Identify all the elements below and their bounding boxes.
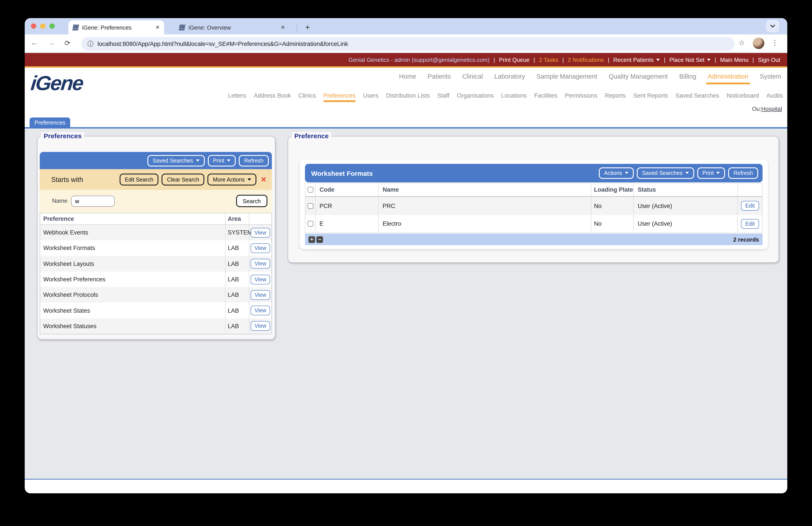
area-cell: LAB <box>226 256 249 272</box>
refresh-button[interactable]: Refresh <box>239 155 269 166</box>
edit-button[interactable]: Edit <box>741 219 759 229</box>
nav-sample-management[interactable]: Sample Management <box>536 73 597 80</box>
nav-patients[interactable]: Patients <box>427 73 451 80</box>
view-button[interactable]: View <box>250 259 270 269</box>
nav-clinical[interactable]: Clinical <box>462 73 483 80</box>
nav-administration[interactable]: Administration <box>708 73 749 80</box>
actions-button[interactable]: Actions <box>599 167 634 179</box>
saved-searches-button[interactable]: Saved Searches <box>147 155 205 166</box>
name-label: Name <box>52 197 67 204</box>
place-dropdown[interactable]: Place Not Set <box>669 56 711 63</box>
table-row: Worksheet Statuses LAB View <box>40 318 271 334</box>
subnav-audits[interactable]: Audits <box>766 92 783 99</box>
table-row: Worksheet States LAB View <box>40 303 271 318</box>
preference-cell: Worksheet Layouts <box>40 256 226 272</box>
back-button[interactable]: ← <box>31 39 38 47</box>
nav-quality-management[interactable]: Quality Management <box>609 73 668 80</box>
header-loading-plate: Loading Plate <box>591 183 634 196</box>
edit-button[interactable]: Edit <box>741 201 759 211</box>
zoom-window-button[interactable] <box>49 24 55 29</box>
header-status: Status <box>634 183 738 196</box>
subnav-letters[interactable]: Letters <box>228 92 246 99</box>
address-bar[interactable]: ⓘ localhost:8080/App/App.html?null&local… <box>81 37 735 51</box>
subnav-reports[interactable]: Reports <box>605 92 626 99</box>
forward-button[interactable]: → <box>48 39 55 47</box>
print-queue-link[interactable]: Print Queue <box>499 56 530 63</box>
saved-searches-button[interactable]: Saved Searches <box>637 167 694 179</box>
minimize-window-button[interactable] <box>40 24 45 29</box>
name-input[interactable] <box>71 196 115 207</box>
account-link[interactable]: Genial Genetics - admin (support@genialg… <box>348 56 489 63</box>
remove-row-button[interactable]: − <box>316 236 323 243</box>
subnav-distribution-lists[interactable]: Distribution Lists <box>386 92 430 99</box>
subnav-organisations[interactable]: Organisations <box>457 92 494 99</box>
page-tab-preferences[interactable]: Preferences <box>30 117 70 127</box>
subnav-facilities[interactable]: Facilities <box>534 92 557 99</box>
preference-cell: Webhook Events <box>40 225 226 241</box>
subnav-noticeboard[interactable]: Noticeboard <box>727 92 759 99</box>
print-button[interactable]: Print <box>697 167 725 179</box>
main-menu-link[interactable]: Main Menu <box>720 56 749 63</box>
browser-tab-preferences[interactable]: iGene: Preferences ✕ <box>68 20 164 34</box>
nav-laboratory[interactable]: Laboratory <box>494 73 525 80</box>
subnav-address-book[interactable]: Address Book <box>254 92 291 99</box>
site-info-icon[interactable]: ⓘ <box>87 40 93 48</box>
close-tab-icon[interactable]: ✕ <box>155 24 160 30</box>
close-search-icon[interactable]: ✕ <box>261 175 266 184</box>
preference-cell: Worksheet States <box>40 303 226 318</box>
row-checkbox[interactable] <box>307 221 313 227</box>
more-actions-button[interactable]: More Actions <box>208 173 257 185</box>
clear-search-button[interactable]: Clear Search <box>162 173 205 185</box>
subnav-locations[interactable]: Locations <box>501 92 527 99</box>
caret-down-icon <box>685 172 688 174</box>
edit-search-button[interactable]: Edit Search <box>120 173 159 185</box>
close-window-button[interactable] <box>31 24 36 29</box>
table-row: Worksheet Formats LAB View <box>40 241 271 256</box>
view-button[interactable]: View <box>250 228 270 237</box>
view-button[interactable]: View <box>250 243 270 253</box>
notifications-link[interactable]: 2 Notifications <box>568 56 604 63</box>
worksheet-formats-card: Worksheet Formats Actions Saved Searches… <box>300 159 768 249</box>
nav-system[interactable]: System <box>760 73 781 80</box>
caret-down-icon <box>227 159 230 161</box>
browser-menu-icon[interactable]: ⋮ <box>771 39 779 47</box>
view-button[interactable]: View <box>250 305 270 315</box>
tasks-link[interactable]: 2 Tasks <box>539 56 559 63</box>
row-checkbox[interactable] <box>307 203 313 209</box>
view-button[interactable]: View <box>250 321 270 331</box>
print-button[interactable]: Print <box>208 155 236 166</box>
bookmark-star-icon[interactable]: ☆ <box>739 39 745 47</box>
add-row-button[interactable]: + <box>308 236 315 243</box>
caret-down-icon <box>656 58 660 61</box>
ou-hospital-link[interactable]: Hospital <box>761 105 782 112</box>
select-all-checkbox[interactable] <box>307 187 313 193</box>
reload-button[interactable]: ⟳ <box>64 39 70 47</box>
sign-out-link[interactable]: Sign Out <box>758 56 780 63</box>
subnav-preferences[interactable]: Preferences <box>323 92 356 99</box>
profile-avatar[interactable] <box>753 38 764 49</box>
name-cell: PRC <box>379 197 591 215</box>
view-button[interactable]: View <box>250 290 270 300</box>
page-footer <box>25 479 787 493</box>
tab-title: iGene: Overview <box>188 24 277 31</box>
view-button[interactable]: View <box>250 274 270 284</box>
search-button[interactable]: Search <box>236 195 267 207</box>
page-content: Preferences Saved Searches Print Refresh… <box>25 129 787 479</box>
new-tab-button[interactable]: + <box>302 22 313 33</box>
table-header-row: Code Name Loading Plate Status <box>305 183 762 197</box>
subnav-clinics[interactable]: Clinics <box>298 92 316 99</box>
subnav-permissions[interactable]: Permissions <box>565 92 597 99</box>
nav-home[interactable]: Home <box>399 73 416 80</box>
recent-patients-dropdown[interactable]: Recent Patients <box>613 56 660 63</box>
close-tab-icon[interactable]: ✕ <box>281 24 285 30</box>
subnav-sent-reports[interactable]: Sent Reports <box>633 92 668 99</box>
table-row: Worksheet Layouts LAB View <box>40 256 271 272</box>
tab-search-button[interactable] <box>766 20 779 32</box>
preference-cell: Worksheet Preferences <box>40 272 226 287</box>
browser-tab-overview[interactable]: iGene: Overview ✕ <box>175 20 290 34</box>
refresh-button[interactable]: Refresh <box>728 167 758 179</box>
nav-billing[interactable]: Billing <box>679 73 696 80</box>
subnav-staff[interactable]: Staff <box>437 92 449 99</box>
subnav-saved-searches[interactable]: Saved Searches <box>676 92 719 99</box>
subnav-users[interactable]: Users <box>363 92 379 99</box>
